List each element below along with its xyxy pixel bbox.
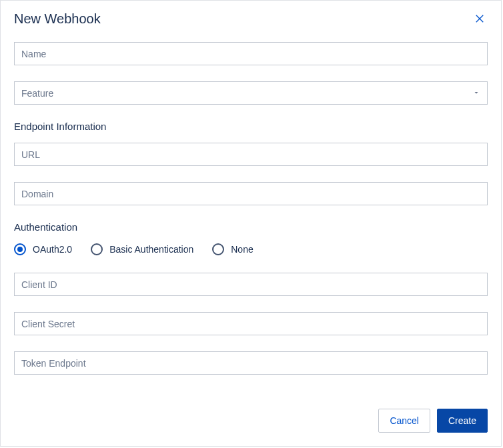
dialog-title: New Webhook bbox=[14, 11, 101, 27]
cancel-button[interactable]: Cancel bbox=[378, 409, 430, 433]
dialog-header: New Webhook bbox=[14, 11, 488, 27]
radio-icon bbox=[212, 243, 224, 255]
radio-basic[interactable]: Basic Authentication bbox=[91, 243, 193, 255]
create-button[interactable]: Create bbox=[437, 409, 488, 433]
token-endpoint-input[interactable] bbox=[14, 351, 488, 375]
client-id-input[interactable] bbox=[14, 273, 488, 296]
new-webhook-dialog: New Webhook Feature Endpoint Information bbox=[0, 0, 502, 447]
dialog-footer: Cancel Create bbox=[14, 409, 488, 433]
radio-none[interactable]: None bbox=[212, 243, 253, 255]
url-input[interactable] bbox=[14, 143, 488, 166]
client-secret-input[interactable] bbox=[14, 312, 488, 335]
auth-radio-group: OAuth2.0 Basic Authentication None bbox=[14, 243, 488, 255]
radio-none-label: None bbox=[231, 244, 253, 255]
endpoint-info-heading: Endpoint Information bbox=[14, 121, 488, 132]
chevron-down-icon bbox=[472, 88, 480, 99]
domain-input[interactable] bbox=[14, 182, 488, 205]
radio-icon bbox=[91, 243, 103, 255]
feature-select-label: Feature bbox=[21, 88, 53, 99]
name-input[interactable] bbox=[14, 42, 488, 65]
close-button[interactable] bbox=[472, 11, 488, 27]
radio-oauth2-label: OAuth2.0 bbox=[33, 244, 72, 255]
radio-icon bbox=[14, 243, 26, 255]
authentication-heading: Authentication bbox=[14, 221, 488, 233]
close-icon bbox=[474, 13, 486, 27]
radio-basic-label: Basic Authentication bbox=[109, 244, 193, 255]
feature-select[interactable]: Feature bbox=[14, 81, 488, 105]
form-body: Feature Endpoint Information Authenticat… bbox=[14, 42, 488, 409]
radio-oauth2[interactable]: OAuth2.0 bbox=[14, 243, 72, 255]
